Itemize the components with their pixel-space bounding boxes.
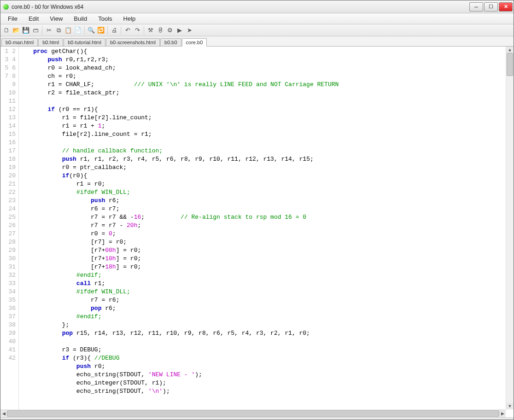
saveall-icon[interactable]: 🗃 (31, 26, 40, 35)
toolbar: 🗋📂💾🗃✂⧉📋📄🔍🔁🖨↶↷⚒🛢⚙▶➤ (0, 24, 514, 36)
app-icon (3, 4, 9, 10)
scroll-down-icon[interactable]: ▼ (506, 403, 514, 409)
toolbar-separator (121, 26, 121, 35)
toolbar-separator (42, 26, 42, 35)
print-icon[interactable]: 🖨 (110, 26, 118, 35)
maximize-button[interactable]: ☐ (484, 2, 498, 12)
scroll-left-icon[interactable]: ◀ (0, 410, 7, 417)
menu-view[interactable]: View (44, 13, 68, 24)
line-number-gutter: 1 2 3 4 5 6 7 8 9 10 11 12 13 14 15 16 1… (0, 47, 19, 409)
debug-icon[interactable]: ➤ (185, 26, 193, 35)
hscroll-thumb[interactable] (7, 410, 499, 417)
tab-b0-b0[interactable]: b0.b0 (160, 38, 181, 46)
tab-b0-man-html[interactable]: b0-man.html (1, 38, 38, 46)
status-bar (0, 417, 514, 420)
menu-tools[interactable]: Tools (93, 13, 117, 24)
code-view[interactable]: proc getChar(){ push r0,r1,r2,r3; r0 = l… (19, 47, 506, 409)
menu-bar: FileEditViewBuildToolsHelp (0, 13, 514, 24)
save-icon[interactable]: 💾 (22, 26, 30, 35)
vertical-scrollbar[interactable]: ▲ ▼ (506, 47, 514, 409)
undo-icon[interactable]: ↶ (123, 26, 132, 35)
menu-build[interactable]: Build (68, 13, 93, 24)
title-bar: core.b0 - b0 for Windows x64 ─ ☐ ✕ (0, 0, 514, 13)
run-icon[interactable]: ▶ (175, 26, 184, 35)
db-icon[interactable]: 🛢 (156, 26, 164, 35)
tab-b0-html[interactable]: b0.html (38, 38, 63, 46)
menu-help[interactable]: Help (118, 13, 141, 24)
menu-edit[interactable]: Edit (23, 13, 44, 24)
new-icon[interactable]: 🗋 (2, 26, 11, 35)
editor-area: 1 2 3 4 5 6 7 8 9 10 11 12 13 14 15 16 1… (0, 47, 514, 409)
hscroll-track[interactable] (7, 410, 499, 417)
scroll-up-icon[interactable]: ▲ (506, 47, 514, 53)
open-icon[interactable]: 📂 (12, 26, 20, 35)
horizontal-scrollbar[interactable]: ◀ ▶ (0, 409, 506, 417)
vscroll-thumb[interactable] (507, 53, 513, 76)
redo-icon[interactable]: ↷ (133, 26, 141, 35)
window-title: core.b0 - b0 for Windows x64 (12, 4, 468, 10)
tab-b0-tutorial-html[interactable]: b0-tutorial.html (64, 38, 105, 46)
find-icon[interactable]: 🔍 (87, 26, 95, 35)
toolbar-separator (107, 26, 108, 35)
settings-icon[interactable]: ⚙ (166, 26, 174, 35)
tab-b0-screenshots-html[interactable]: b0-screenshots.html (106, 38, 160, 46)
minimize-button[interactable]: ─ (469, 2, 483, 12)
paste2-icon[interactable]: 📄 (74, 26, 82, 35)
scroll-right-icon[interactable]: ▶ (499, 410, 506, 417)
menu-file[interactable]: File (2, 13, 23, 24)
tab-core-b0[interactable]: core.b0 (182, 38, 207, 47)
replace-icon[interactable]: 🔁 (97, 26, 105, 35)
cut-icon[interactable]: ✂ (45, 26, 53, 35)
tab-bar: b0-man.htmlb0.htmlb0-tutorial.htmlb0-scr… (0, 36, 514, 47)
window-buttons: ─ ☐ ✕ (468, 2, 513, 12)
copy-icon[interactable]: ⧉ (54, 26, 63, 35)
close-button[interactable]: ✕ (499, 2, 513, 12)
compile-icon[interactable]: ⚒ (146, 26, 155, 35)
paste-icon[interactable]: 📋 (64, 26, 72, 35)
toolbar-separator (144, 26, 144, 35)
toolbar-separator (84, 26, 85, 35)
